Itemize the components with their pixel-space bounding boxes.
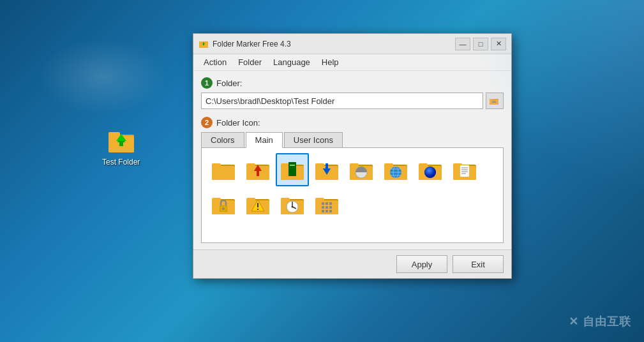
folder-icon-label: Folder Icon: bbox=[216, 118, 260, 128]
browse-button[interactable] bbox=[486, 93, 504, 109]
menu-folder[interactable]: Folder bbox=[233, 56, 267, 69]
folder-icon-section-label: 2 Folder Icon: bbox=[201, 117, 504, 128]
svg-rect-12 bbox=[492, 101, 496, 101]
svg-point-61 bbox=[222, 207, 225, 210]
menu-help[interactable]: Help bbox=[317, 56, 344, 69]
svg-rect-19 bbox=[246, 163, 255, 167]
svg-rect-80 bbox=[329, 202, 332, 205]
title-bar-controls: — □ ✕ bbox=[455, 38, 506, 50]
svg-rect-16 bbox=[212, 163, 221, 167]
svg-rect-85 bbox=[326, 210, 328, 212]
icon-folder-lock[interactable] bbox=[207, 188, 240, 221]
folder-row bbox=[201, 93, 504, 109]
tabs-container: Colors Main User Icons bbox=[201, 132, 504, 243]
close-button[interactable]: ✕ bbox=[491, 38, 506, 50]
svg-rect-67 bbox=[257, 209, 258, 210]
svg-rect-15 bbox=[212, 166, 235, 180]
icon-folder-down-arrow[interactable] bbox=[310, 153, 343, 186]
svg-rect-29 bbox=[315, 163, 324, 167]
svg-rect-79 bbox=[326, 202, 328, 205]
desktop: Test Folder ✕ 自由互联 Folder Marker Free 4.… bbox=[0, 0, 644, 342]
step-1-indicator: 1 bbox=[201, 77, 213, 89]
svg-rect-13 bbox=[492, 102, 496, 103]
icon-folder-plain[interactable] bbox=[207, 153, 240, 186]
svg-rect-81 bbox=[322, 206, 324, 209]
svg-rect-11 bbox=[490, 99, 493, 101]
apply-button[interactable]: Apply bbox=[396, 255, 447, 273]
svg-point-74 bbox=[292, 206, 294, 208]
title-bar-left: Folder Marker Free 4.3 bbox=[198, 39, 291, 49]
icon-folder-globe[interactable] bbox=[379, 153, 412, 186]
svg-rect-7 bbox=[199, 41, 203, 43]
exit-button[interactable]: Exit bbox=[453, 255, 504, 273]
svg-rect-2 bbox=[109, 132, 120, 137]
tab-user-icons[interactable]: User Icons bbox=[284, 132, 343, 148]
watermark: ✕ 自由互联 bbox=[569, 314, 631, 329]
svg-rect-45 bbox=[419, 163, 428, 167]
svg-rect-37 bbox=[384, 163, 393, 167]
svg-rect-86 bbox=[329, 210, 332, 212]
folder-label: Folder: bbox=[216, 78, 242, 88]
svg-rect-33 bbox=[350, 163, 359, 167]
icon-folder-warning[interactable] bbox=[241, 188, 274, 221]
svg-rect-23 bbox=[281, 163, 290, 167]
svg-rect-51 bbox=[460, 165, 469, 177]
svg-rect-83 bbox=[329, 206, 332, 209]
app-icon bbox=[198, 39, 209, 49]
svg-rect-82 bbox=[326, 206, 328, 209]
window-content: 1 Folder: 2 Folder Icon: bbox=[193, 71, 511, 249]
svg-rect-64 bbox=[246, 198, 255, 202]
svg-rect-10 bbox=[490, 100, 498, 105]
icon-folder-document[interactable] bbox=[448, 153, 481, 186]
icons-panel bbox=[201, 147, 504, 243]
tab-main[interactable]: Main bbox=[246, 132, 283, 148]
icon-folder-half-circle[interactable] bbox=[345, 153, 378, 186]
svg-rect-70 bbox=[281, 198, 290, 202]
desktop-icon-label: Test Folder bbox=[102, 158, 140, 167]
desktop-folder-icon[interactable]: Test Folder bbox=[102, 124, 140, 167]
svg-rect-78 bbox=[322, 202, 324, 205]
window-title: Folder Marker Free 4.3 bbox=[213, 40, 291, 48]
icon-folder-bookmark[interactable] bbox=[276, 153, 309, 186]
tabs: Colors Main User Icons bbox=[201, 132, 504, 148]
svg-rect-84 bbox=[322, 210, 324, 212]
svg-rect-26 bbox=[290, 165, 295, 166]
menu-bar: Action Folder Language Help bbox=[193, 54, 511, 71]
menu-language[interactable]: Language bbox=[268, 56, 315, 69]
menu-action[interactable]: Action bbox=[198, 56, 232, 69]
folder-path-input[interactable] bbox=[201, 93, 483, 109]
tab-colors[interactable]: Colors bbox=[201, 132, 244, 148]
step-2-indicator: 2 bbox=[201, 117, 213, 128]
svg-rect-58 bbox=[212, 198, 221, 202]
svg-point-47 bbox=[424, 167, 436, 178]
svg-rect-9 bbox=[490, 99, 498, 105]
icon-folder-dot[interactable] bbox=[414, 153, 447, 186]
desktop-folder-img bbox=[106, 124, 137, 155]
title-bar: Folder Marker Free 4.3 — □ ✕ bbox=[193, 34, 511, 54]
icon-folder-up-arrow[interactable] bbox=[241, 153, 274, 186]
svg-rect-77 bbox=[315, 198, 324, 202]
minimize-button[interactable]: — bbox=[455, 38, 470, 50]
icons-grid bbox=[207, 153, 498, 221]
maximize-button[interactable]: □ bbox=[473, 38, 488, 50]
folder-section-label: 1 Folder: bbox=[201, 77, 504, 89]
icon-folder-grid[interactable] bbox=[310, 188, 343, 221]
icon-folder-clock[interactable] bbox=[276, 188, 309, 221]
app-window: Folder Marker Free 4.3 — □ ✕ Action Fold… bbox=[193, 33, 512, 279]
svg-rect-66 bbox=[257, 203, 258, 207]
window-footer: Apply Exit bbox=[193, 249, 511, 278]
